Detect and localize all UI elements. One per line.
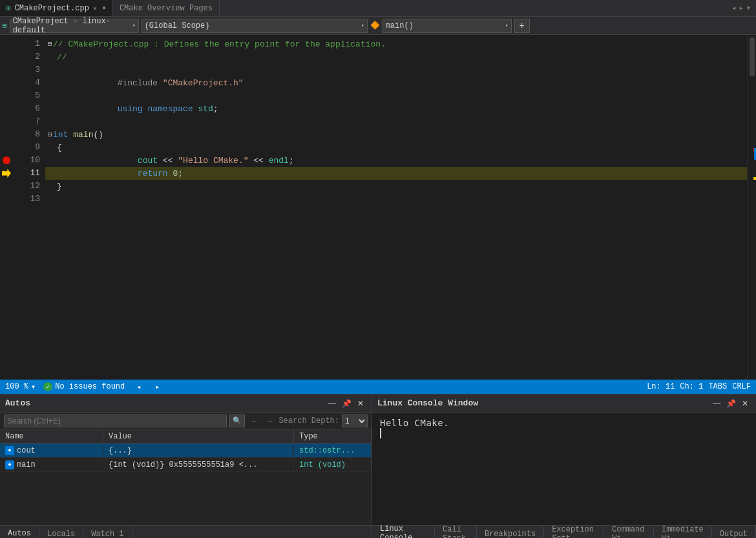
console-close-btn[interactable]: ✕ bbox=[739, 398, 751, 409]
comment-the: the bbox=[204, 39, 219, 49]
bp-12 bbox=[0, 180, 13, 193]
autos-search-input[interactable] bbox=[4, 414, 227, 427]
ln-9: 9 bbox=[16, 141, 40, 154]
tab-scroll-right[interactable]: ▸ bbox=[739, 3, 744, 13]
console-tab-linux[interactable]: Linux Console... bbox=[372, 526, 435, 538]
func-label: main() bbox=[386, 21, 414, 30]
autos-minimize-btn[interactable]: — bbox=[326, 398, 338, 409]
cursor-blink bbox=[380, 428, 381, 438]
collapse-1[interactable]: ⊟ bbox=[48, 40, 52, 48]
ln-8: 8 bbox=[16, 128, 40, 141]
ln-10: 10 bbox=[16, 154, 40, 167]
autos-back-btn[interactable]: ← bbox=[247, 414, 260, 427]
depth-select[interactable]: 1 2 3 bbox=[342, 414, 368, 427]
func-dropdown-arrow: ▾ bbox=[505, 23, 509, 28]
editor-status-bar: 100 % ▾ ✓ No issues found ◂ ▸ Ln: 11 Ch:… bbox=[0, 380, 756, 394]
table-header: Name Value Type bbox=[0, 429, 372, 444]
code-line-6: using namespace std; bbox=[45, 102, 747, 115]
table-row-cout[interactable]: ● cout {...} std::ostr... bbox=[0, 444, 372, 458]
zoom-arrow: ▾ bbox=[31, 382, 36, 392]
func-dropdown[interactable]: main() ▾ bbox=[383, 19, 512, 33]
var-icon-cout: ● bbox=[5, 446, 14, 455]
ch-status: Ch: 1 bbox=[680, 382, 703, 391]
cursor-line bbox=[380, 428, 748, 438]
tab-locals[interactable]: Locals bbox=[39, 526, 83, 538]
tab-bar: ⊞ CMakeProject.cpp ✕ ● CMake Overview Pa… bbox=[0, 0, 756, 17]
editor-scrollbar[interactable] bbox=[747, 35, 756, 380]
code-line-8: ⊟ int main() bbox=[45, 128, 747, 141]
autos-bottom-tabs: Autos Locals Watch 1 bbox=[0, 525, 372, 538]
console-pin-btn[interactable]: 📌 bbox=[725, 398, 737, 409]
console-tab-exception[interactable]: Exception Sett... bbox=[544, 526, 604, 538]
console-hello: Hello CMake. bbox=[380, 418, 449, 428]
ln-4: 4 bbox=[16, 76, 40, 89]
code-content[interactable]: ⊟ // CMakeProject.cpp : Defines the entr… bbox=[45, 35, 747, 380]
bottom-panels: Autos — 📌 ✕ 🔍 ← → Search Depth: 1 2 3 Na… bbox=[0, 394, 756, 538]
autos-title-bar: Autos — 📌 ✕ bbox=[0, 394, 372, 413]
editor-area: 1 2 3 4 5 6 7 8 9 10 11 12 13 ⊟ // CMake… bbox=[0, 35, 756, 380]
toolbar-row: ⊞ CMakeProject - linux-default ▾ (Global… bbox=[0, 17, 756, 35]
var-icon-main: ● bbox=[5, 460, 14, 469]
ln-13: 13 bbox=[16, 193, 40, 206]
check-icon: ✓ bbox=[43, 382, 52, 391]
tabs-status: TABS bbox=[708, 382, 727, 391]
breakpoint-dot bbox=[3, 156, 10, 164]
tab-watch-1[interactable]: Watch 1 bbox=[83, 526, 132, 538]
scope-dropdown[interactable]: (Global Scope) ▾ bbox=[142, 19, 368, 33]
bp-1 bbox=[0, 38, 13, 50]
code-11: return 0; bbox=[57, 159, 183, 188]
collapse-8[interactable]: ⊟ bbox=[48, 131, 52, 138]
autos-search-bar: 🔍 ← → Search Depth: 1 2 3 bbox=[0, 413, 372, 429]
scroll-right-btn[interactable]: ▸ bbox=[155, 383, 160, 392]
tab-label-1: CMakeProject.cpp bbox=[15, 4, 89, 13]
debug-arrow bbox=[2, 169, 11, 178]
scroll-nav: ◂ ▸ bbox=[132, 382, 163, 392]
td-cout-name: ● cout bbox=[0, 444, 103, 457]
zoom-value: 100 % bbox=[5, 382, 28, 391]
tab-label-2: CMake Overview Pages bbox=[120, 4, 213, 13]
tab-cmake-overview[interactable]: CMake Overview Pages bbox=[113, 0, 220, 16]
zoom-control[interactable]: 100 % ▾ bbox=[5, 382, 36, 392]
scope-dropdown-arrow: ▾ bbox=[361, 23, 364, 28]
issues-status[interactable]: ✓ No issues found bbox=[43, 382, 125, 391]
scroll-left-btn[interactable]: ◂ bbox=[136, 383, 141, 392]
issues-text: No issues found bbox=[55, 382, 125, 391]
console-tab-breakpoints[interactable]: Breakpoints bbox=[477, 526, 544, 538]
code-line-11: return 0; bbox=[45, 167, 747, 180]
autos-panel: Autos — 📌 ✕ 🔍 ← → Search Depth: 1 2 3 Na… bbox=[0, 394, 372, 538]
tab-dropdown-btn[interactable]: ▾ bbox=[746, 3, 751, 13]
code-4: #include "CMakeProject.h" bbox=[57, 69, 244, 98]
tab-file-icon: ⊞ bbox=[6, 4, 11, 12]
autos-search-btn[interactable]: 🔍 bbox=[229, 414, 245, 427]
depth-label: Search Depth: bbox=[278, 416, 339, 425]
autos-title: Autos bbox=[5, 398, 30, 408]
autos-pin-btn[interactable]: 📌 bbox=[341, 398, 352, 409]
project-dropdown[interactable]: CMakeProject - linux-default ▾ bbox=[10, 19, 139, 33]
autos-close-btn[interactable]: ✕ bbox=[355, 398, 366, 409]
minimap-debug bbox=[753, 177, 756, 180]
bp-5 bbox=[0, 89, 13, 102]
code-editor[interactable]: 1 2 3 4 5 6 7 8 9 10 11 12 13 ⊟ // CMake… bbox=[0, 35, 747, 380]
td-cout-type: std::ostr... bbox=[294, 444, 372, 457]
td-cout-value: {...} bbox=[103, 444, 294, 457]
func-icon: 🔶 bbox=[370, 21, 380, 30]
console-tab-callstack[interactable]: Call Stack bbox=[435, 526, 477, 538]
autos-panel-controls: — 📌 ✕ bbox=[326, 398, 366, 409]
console-tab-command[interactable]: Command Wi... bbox=[604, 526, 654, 538]
console-content: Hello CMake. bbox=[372, 413, 756, 525]
tab-close-1[interactable]: ✕ bbox=[93, 5, 97, 12]
comment-1: // CMakeProject.cpp : Defines bbox=[53, 39, 204, 49]
console-tab-output[interactable]: Output bbox=[712, 526, 756, 538]
console-panel: Linux Console Window — 📌 ✕ Hello CMake. … bbox=[372, 394, 756, 538]
code-line-4: #include "CMakeProject.h" bbox=[45, 76, 747, 89]
add-func-btn[interactable]: + bbox=[514, 19, 530, 33]
status-right: Ln: 11 Ch: 1 TABS CRLF bbox=[642, 382, 756, 391]
table-row-main[interactable]: ● main {int (void)} 0x5555555551a9 <... … bbox=[0, 458, 372, 472]
console-minimize-btn[interactable]: — bbox=[711, 398, 722, 409]
console-tab-immediate[interactable]: Immediate Wi... bbox=[654, 526, 712, 538]
crlf-status: CRLF bbox=[732, 382, 751, 391]
autos-forward-btn[interactable]: → bbox=[263, 414, 276, 427]
tab-cmake-cpp[interactable]: ⊞ CMakeProject.cpp ✕ ● bbox=[0, 0, 113, 16]
tab-autos[interactable]: Autos bbox=[0, 526, 39, 538]
tab-scroll-left[interactable]: ◂ bbox=[731, 3, 736, 13]
